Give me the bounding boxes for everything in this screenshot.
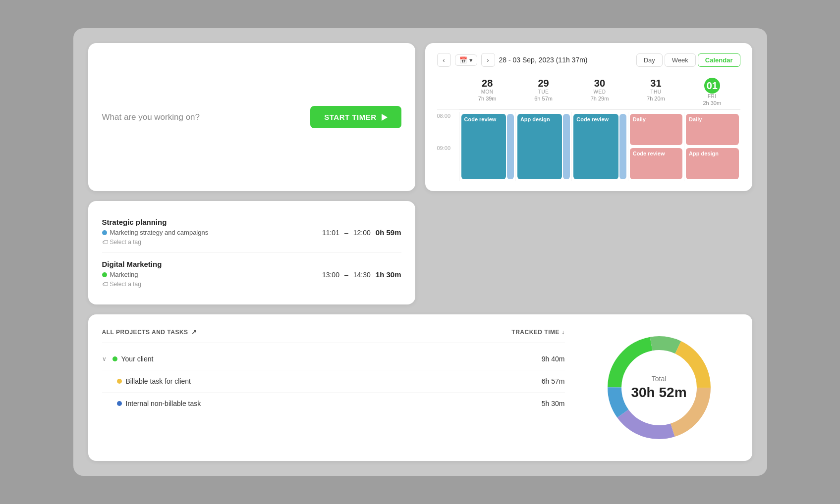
cal-col-thu: Daily Code review: [628, 112, 684, 181]
time-label-0900: 09:00: [437, 144, 459, 176]
sort-icon: ↓: [561, 329, 565, 336]
calendar-card: ‹ 📅 ▾ › 28 - 03 Sep, 2023 (11h 37m) Day …: [425, 43, 752, 191]
timer-input-placeholder[interactable]: What are you working on?: [102, 112, 200, 122]
calendar-header: ‹ 📅 ▾ › 28 - 03 Sep, 2023 (11h 37m) Day …: [437, 53, 740, 67]
day-num-wed: 30: [573, 78, 625, 89]
cal-block-app-design-fri[interactable]: App design: [686, 148, 738, 179]
row-dot-1: [117, 379, 122, 384]
cal-block-daily-fri[interactable]: Daily: [686, 114, 738, 145]
cal-col-mon: Code review: [459, 112, 515, 181]
day-header-mon: 28 MON 7h 39m: [459, 75, 515, 109]
tag-label-0[interactable]: 🏷 Select a tag: [102, 239, 401, 246]
entry-dot-0: [102, 230, 107, 235]
donut-container: Total 30h 52m: [580, 328, 738, 447]
calendar-icon: 📅: [459, 56, 467, 64]
cal-block-code-review-thu[interactable]: Code review: [630, 148, 682, 179]
row-time-2: 5h 30m: [542, 400, 565, 407]
day-name-tue: TUE: [517, 89, 569, 95]
cal-col-fri: Daily App design: [684, 112, 740, 181]
day-header-tue: 29 TUE 6h 57m: [515, 75, 571, 109]
entry-title-1: Digital Marketing: [102, 260, 401, 268]
donut-center: Total 30h 52m: [631, 375, 686, 401]
cal-block-blue-wed[interactable]: [619, 114, 626, 179]
entry-client-0: Marketing strategy and campaigns: [102, 229, 209, 236]
tag-icon-1: 🏷: [102, 281, 108, 288]
row-dot-2: [117, 401, 122, 406]
day-total-fri: 2h 30m: [686, 100, 738, 106]
entry-client-name-1: Marketing: [110, 271, 138, 278]
donut-total-label: Total: [631, 375, 686, 383]
entry-start-0: 11:01: [322, 229, 339, 237]
entry-start-1: 13:00: [322, 271, 339, 279]
row-label-2: Internal non-billable task: [126, 400, 201, 407]
cal-block-blue-tue[interactable]: [563, 114, 570, 179]
calendar-view-button[interactable]: Calendar: [698, 53, 740, 67]
row-left-0: ∨ Your client: [102, 355, 154, 363]
projects-title-text: ALL PROJECTS AND TASKS: [102, 329, 188, 336]
table-header: ALL PROJECTS AND TASKS ↗ TRACKED TIME ↓: [102, 328, 565, 343]
donut-total-value: 30h 52m: [631, 385, 686, 401]
play-icon: [382, 114, 388, 121]
table-row-1[interactable]: Billable task for client 6h 57m: [102, 370, 565, 393]
day-total-mon: 7h 39m: [461, 96, 513, 101]
projects-table: ALL PROJECTS AND TASKS ↗ TRACKED TIME ↓ …: [102, 328, 565, 447]
table-row-2[interactable]: Internal non-billable task 5h 30m: [102, 393, 565, 414]
time-label-0800: 08:00: [437, 112, 459, 144]
entry-time-0: 11:01 – 12:00 0h 59m: [322, 228, 401, 237]
day-name-wed: WED: [573, 89, 625, 95]
row-left-1: Billable task for client: [102, 377, 191, 385]
day-header-fri: 01 FRI 2h 30m: [684, 75, 740, 109]
day-total-wed: 7h 29m: [573, 96, 625, 101]
main-container: What are you working on? START TIMER ‹ 📅…: [73, 28, 767, 476]
day-view-button[interactable]: Day: [636, 53, 663, 67]
entry-time-1: 13:00 – 14:30 1h 30m: [322, 270, 401, 279]
entry-dash-0: –: [344, 229, 348, 237]
entry-row-0: Marketing strategy and campaigns 11:01 –…: [102, 228, 401, 237]
day-num-mon: 28: [461, 78, 513, 89]
expand-icon-0: ∨: [102, 355, 107, 362]
view-buttons: Day Week Calendar: [636, 53, 740, 67]
projects-title: ALL PROJECTS AND TASKS ↗: [102, 328, 197, 336]
table-row-0[interactable]: ∨ Your client 9h 40m: [102, 348, 565, 370]
today-circle: 01: [704, 78, 720, 94]
entries-card: Strategic planning Marketing strategy an…: [88, 201, 415, 304]
day-name-thu: THU: [630, 89, 682, 95]
entry-client-1: Marketing: [102, 271, 138, 278]
row-label-1: Billable task for client: [126, 377, 191, 385]
tracked-label: TRACKED TIME ↓: [511, 329, 564, 336]
row-time-1: 6h 57m: [542, 377, 565, 385]
calendar-icon-button[interactable]: 📅 ▾: [455, 54, 477, 66]
cal-block-app-design-tue[interactable]: App design: [517, 114, 562, 179]
chevron-down-icon: ▾: [469, 56, 473, 64]
prev-button[interactable]: ‹: [437, 53, 451, 67]
day-num-tue: 29: [517, 78, 569, 89]
start-timer-button[interactable]: START TIMER: [310, 106, 401, 128]
cal-col-wed: Code review: [571, 112, 627, 181]
next-button[interactable]: ›: [481, 53, 495, 67]
entry-duration-0: 0h 59m: [376, 228, 401, 237]
day-num-thu: 31: [630, 78, 682, 89]
week-view-button[interactable]: Week: [665, 53, 696, 67]
row-dot-0: [112, 356, 117, 361]
day-header-thu: 31 THU 7h 20m: [628, 75, 684, 109]
expand-arrows-icon: ↗: [191, 328, 197, 336]
cal-block-code-review-mon[interactable]: Code review: [461, 114, 506, 179]
day-name-mon: MON: [461, 89, 513, 95]
entry-item-1: Digital Marketing Marketing 13:00 – 14:3…: [102, 253, 401, 295]
entry-end-1: 14:30: [353, 271, 371, 279]
calendar-nav: ‹ 📅 ▾ › 28 - 03 Sep, 2023 (11h 37m): [437, 53, 588, 67]
day-total-thu: 7h 20m: [630, 96, 682, 101]
cal-block-code-review-wed[interactable]: Code review: [573, 114, 618, 179]
start-timer-label: START TIMER: [324, 113, 376, 121]
entry-end-0: 12:00: [353, 229, 371, 237]
entry-item-0: Strategic planning Marketing strategy an…: [102, 211, 401, 253]
entry-title-0: Strategic planning: [102, 218, 401, 226]
entry-dash-1: –: [344, 271, 348, 279]
cal-block-daily-thu[interactable]: Daily: [630, 114, 682, 145]
cal-block-blue-mon[interactable]: [507, 114, 514, 179]
day-header-wed: 30 WED 7h 29m: [571, 75, 627, 109]
day-total-tue: 6h 57m: [517, 96, 569, 101]
tracked-label-text: TRACKED TIME: [511, 329, 560, 336]
row-left-2: Internal non-billable task: [102, 400, 201, 407]
tag-label-1[interactable]: 🏷 Select a tag: [102, 281, 401, 288]
